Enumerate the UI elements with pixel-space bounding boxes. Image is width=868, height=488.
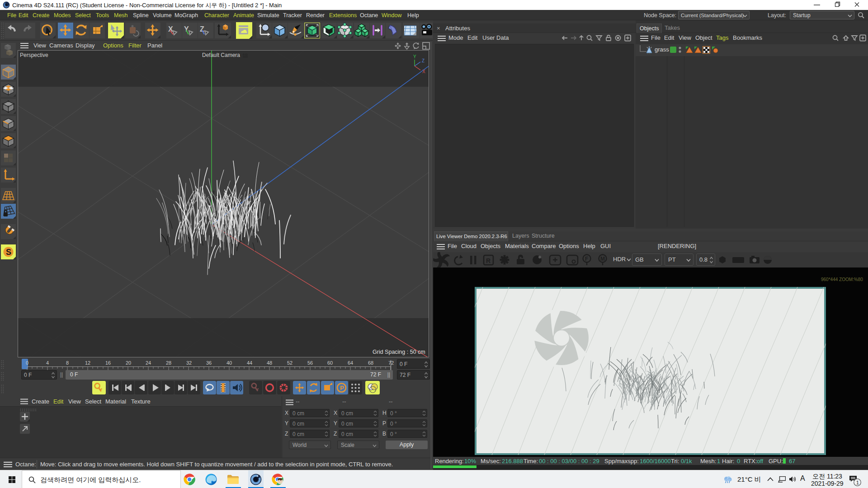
svg-text:F: F <box>585 256 588 262</box>
svg-text:12: 12 <box>85 360 90 366</box>
svg-text:44: 44 <box>247 360 252 366</box>
svg-text:0: 0 <box>26 360 28 366</box>
svg-text:P: P <box>340 385 344 391</box>
svg-text:Z: Z <box>200 25 204 33</box>
svg-text:1: 1 <box>856 480 859 485</box>
svg-text:S: S <box>6 248 11 257</box>
svg-text:40: 40 <box>226 360 232 366</box>
svg-text:8: 8 <box>66 360 69 366</box>
svg-text:60: 60 <box>327 360 333 366</box>
svg-text:28: 28 <box>166 360 171 366</box>
svg-text:64: 64 <box>348 360 353 366</box>
svg-text:Y: Y <box>184 25 189 33</box>
svg-text:68: 68 <box>368 360 373 366</box>
svg-text:24: 24 <box>146 360 151 366</box>
svg-text:20: 20 <box>126 360 131 366</box>
svg-text:52: 52 <box>287 360 292 366</box>
svg-text:36: 36 <box>206 360 212 366</box>
svg-text:48: 48 <box>267 360 272 366</box>
svg-text:32: 32 <box>186 360 192 366</box>
svg-text:R: R <box>486 257 491 264</box>
svg-text:4: 4 <box>46 360 49 366</box>
svg-text:M: M <box>600 256 605 262</box>
svg-text:16: 16 <box>105 360 111 366</box>
svg-text:56: 56 <box>307 360 313 366</box>
